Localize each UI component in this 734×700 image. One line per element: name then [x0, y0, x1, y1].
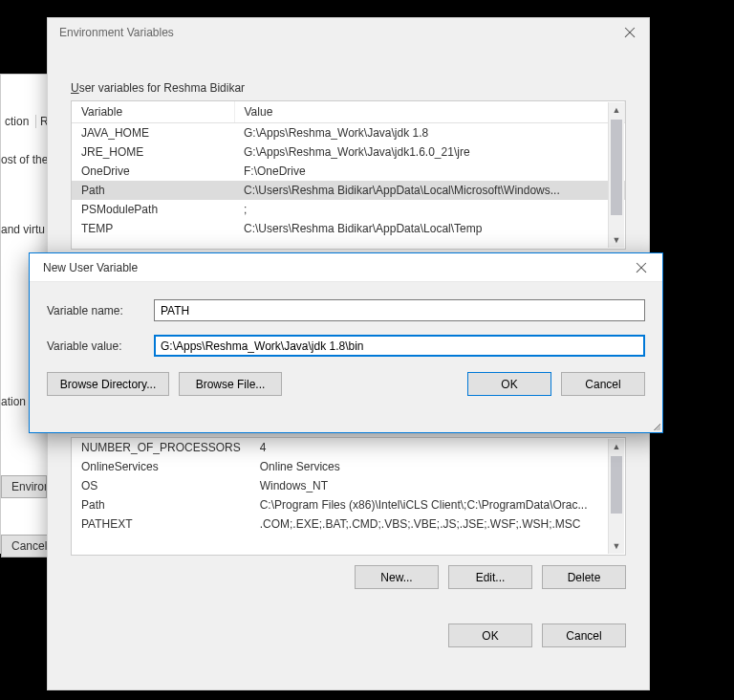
new-user-variable-dialog: New User Variable Variable name: Variabl… [29, 252, 663, 433]
var-value-cell: C:\Users\Reshma Bidikar\AppData\Local\Mi… [234, 181, 625, 200]
column-header-value[interactable]: Value [234, 101, 625, 123]
var-value-cell: Windows_NT [250, 476, 625, 495]
env-title: Environment Variables [59, 26, 174, 39]
close-icon[interactable] [622, 25, 637, 40]
var-name-cell: OnlineServices [72, 457, 250, 476]
scroll-down-icon[interactable]: ▼ [609, 538, 624, 554]
sys-delete-button[interactable]: Delete [542, 565, 626, 589]
bg-fragment-ostofthe: ost of the [1, 153, 48, 166]
var-name-cell: NUMBER_OF_PROCESSORS [72, 438, 250, 457]
var-value-cell: G:\Apps\Reshma_Work\Java\jdk1.6.0_21\jre [234, 142, 625, 162]
close-icon[interactable] [634, 260, 649, 275]
new-var-cancel-button[interactable]: Cancel [561, 372, 645, 396]
var-name-cell: PATHEXT [72, 514, 250, 534]
table-row[interactable]: OnlineServicesOnline Services [72, 457, 625, 476]
new-var-title: New User Variable [43, 261, 138, 274]
new-var-titlebar: New User Variable [30, 253, 662, 282]
var-name-cell: OS [72, 476, 250, 495]
bg-fragment-action: ction [5, 115, 29, 128]
system-variables-table[interactable]: NUMBER_OF_PROCESSORS4OnlineServicesOnlin… [71, 437, 626, 556]
table-row[interactable]: NUMBER_OF_PROCESSORS4 [72, 438, 625, 457]
var-name-cell: Path [72, 495, 250, 514]
table-row[interactable]: OSWindows_NT [72, 476, 625, 495]
scroll-thumb[interactable] [611, 120, 622, 215]
var-value-cell: ; [234, 200, 625, 219]
variable-name-label: Variable name: [47, 304, 140, 317]
sys-table-scrollbar[interactable]: ▲ ▼ [608, 439, 624, 554]
bg-fragment-andvirtu: and virtu [1, 223, 45, 236]
scroll-thumb[interactable] [611, 456, 622, 514]
var-name-cell: JRE_HOME [72, 142, 234, 162]
user-variables-table[interactable]: Variable Value JAVA_HOMEG:\Apps\Reshma_W… [71, 100, 626, 250]
bg-fragment-ation: ation [1, 395, 26, 408]
variable-name-input[interactable] [154, 299, 645, 321]
table-row[interactable]: JRE_HOMEG:\Apps\Reshma_Work\Java\jdk1.6.… [72, 142, 625, 162]
bg-env-button-fragment[interactable]: Environm [1, 475, 47, 498]
env-titlebar: Environment Variables [48, 18, 649, 47]
table-row[interactable]: TEMPC:\Users\Reshma Bidikar\AppData\Loca… [72, 219, 625, 238]
system-vars-button-row: New... Edit... Delete [48, 556, 649, 589]
var-name-cell: TEMP [72, 219, 234, 238]
var-name-cell: PSModulePath [72, 200, 234, 219]
table-row[interactable]: PSModulePath; [72, 200, 625, 219]
var-value-cell: F:\OneDrive [234, 162, 625, 181]
var-name-cell: JAVA_HOME [72, 123, 234, 143]
var-name-cell: OneDrive [72, 162, 234, 181]
browse-directory-button[interactable]: Browse Directory... [47, 372, 169, 396]
env-cancel-button[interactable]: Cancel [542, 623, 626, 647]
new-var-ok-button[interactable]: OK [467, 372, 551, 396]
scroll-up-icon[interactable]: ▲ [609, 102, 624, 118]
env-ok-button[interactable]: OK [448, 623, 532, 647]
table-row[interactable]: PathC:\Program Files (x86)\Intel\iCLS Cl… [72, 495, 625, 514]
resize-grip-icon[interactable] [649, 419, 660, 430]
var-value-cell: G:\Apps\Reshma_Work\Java\jdk 1.8 [234, 123, 625, 143]
var-value-cell: .COM;.EXE;.BAT;.CMD;.VBS;.VBE;.JS;.JSE;.… [250, 514, 625, 534]
var-value-cell: C:\Users\Reshma Bidikar\AppData\Local\Te… [234, 219, 625, 238]
variable-value-input[interactable] [154, 335, 645, 357]
scroll-down-icon[interactable]: ▼ [609, 232, 624, 248]
var-value-cell: Online Services [250, 457, 625, 476]
column-header-variable[interactable]: Variable [72, 101, 234, 123]
var-value-cell: 4 [250, 438, 625, 457]
user-variables-group-label: User variables for Reshma Bidikar [48, 81, 649, 100]
var-name-cell: Path [72, 181, 234, 200]
var-value-cell: C:\Program Files (x86)\Intel\iCLS Client… [250, 495, 625, 514]
scroll-up-icon[interactable]: ▲ [609, 439, 624, 454]
user-table-scrollbar[interactable]: ▲ ▼ [608, 102, 624, 248]
table-row[interactable]: PATHEXT.COM;.EXE;.BAT;.CMD;.VBS;.VBE;.JS… [72, 514, 625, 534]
table-row[interactable]: JAVA_HOMEG:\Apps\Reshma_Work\Java\jdk 1.… [72, 123, 625, 143]
sys-new-button[interactable]: New... [355, 565, 439, 589]
env-dialog-button-row: OK Cancel [48, 614, 649, 647]
variable-value-label: Variable value: [47, 339, 140, 353]
browse-file-button[interactable]: Browse File... [179, 372, 282, 396]
sys-edit-button[interactable]: Edit... [448, 565, 532, 589]
table-row[interactable]: OneDriveF:\OneDrive [72, 162, 625, 181]
table-row[interactable]: PathC:\Users\Reshma Bidikar\AppData\Loca… [72, 181, 625, 200]
